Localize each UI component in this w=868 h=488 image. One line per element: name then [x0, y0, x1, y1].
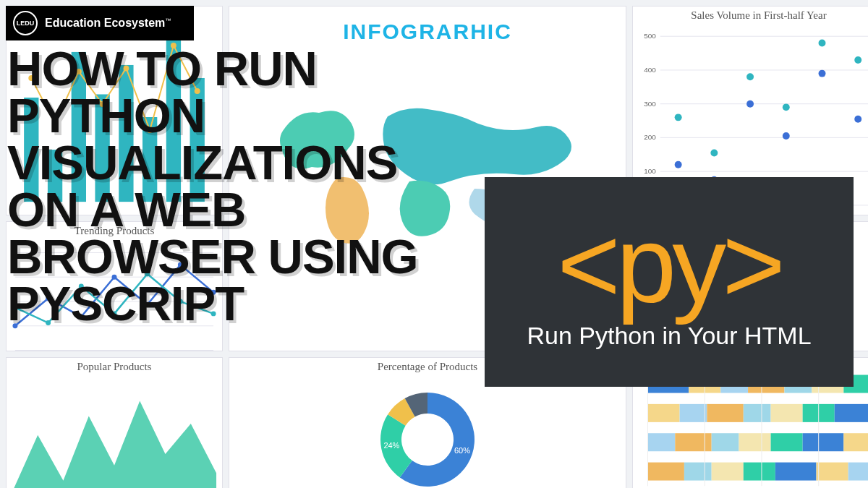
- svg-rect-97: [684, 463, 712, 481]
- svg-rect-85: [744, 404, 771, 422]
- brand-logo-icon: LEDU: [13, 11, 38, 35]
- svg-rect-93: [771, 433, 803, 451]
- svg-text:500: 500: [644, 32, 656, 40]
- svg-text:300: 300: [644, 100, 656, 108]
- svg-rect-94: [803, 433, 844, 451]
- svg-rect-83: [680, 404, 707, 422]
- pyscript-promo-card: <py> Run Python in Your HTML: [485, 177, 854, 387]
- donut-chart: 60%24%: [370, 382, 485, 489]
- svg-point-29: [710, 149, 718, 156]
- svg-rect-100: [775, 463, 817, 481]
- svg-point-32: [819, 40, 826, 47]
- trademark-icon: ™: [165, 17, 171, 24]
- popular-chart-card: Popular Products: [6, 357, 223, 488]
- popular-title: Popular Products: [7, 358, 222, 373]
- svg-point-38: [819, 70, 826, 77]
- svg-rect-95: [843, 433, 868, 451]
- svg-text:200: 200: [644, 133, 656, 141]
- svg-rect-91: [712, 433, 739, 451]
- svg-point-36: [746, 100, 754, 108]
- brand-logo-mark: LEDU: [17, 20, 35, 27]
- brand-badge: LEDU Education Ecosystem™: [6, 6, 194, 40]
- svg-rect-82: [648, 404, 680, 422]
- pyscript-tagline: Run Python in Your HTML: [527, 322, 811, 350]
- svg-point-34: [675, 161, 682, 168]
- scatter-title: Sales Volume in First-half Year: [633, 7, 868, 22]
- svg-rect-92: [739, 433, 770, 451]
- svg-text:24%: 24%: [383, 441, 399, 450]
- pyscript-logo: <py>: [557, 215, 781, 314]
- svg-point-39: [854, 116, 861, 123]
- svg-text:400: 400: [644, 66, 656, 74]
- svg-point-31: [783, 103, 790, 111]
- svg-point-37: [783, 132, 790, 140]
- area-chart: [7, 373, 222, 488]
- svg-point-28: [675, 114, 682, 121]
- svg-point-33: [854, 56, 861, 64]
- svg-rect-99: [744, 463, 775, 481]
- svg-rect-84: [707, 404, 743, 422]
- hero-title: HOW TO RUN PYTHON VISUALIZATIONS ON A WE…: [7, 45, 456, 327]
- svg-rect-90: [675, 433, 711, 451]
- svg-text:100: 100: [644, 167, 656, 175]
- brand-name: Education Ecosystem: [45, 17, 165, 29]
- svg-point-30: [746, 73, 754, 80]
- svg-rect-86: [771, 404, 803, 422]
- svg-rect-101: [817, 463, 848, 481]
- svg-rect-96: [648, 463, 684, 481]
- infographic-title: INFOGRARHIC: [229, 20, 626, 44]
- svg-rect-102: [848, 463, 868, 481]
- svg-rect-98: [712, 463, 744, 481]
- svg-text:60%: 60%: [454, 445, 470, 454]
- svg-rect-89: [648, 433, 676, 451]
- svg-rect-88: [835, 404, 868, 422]
